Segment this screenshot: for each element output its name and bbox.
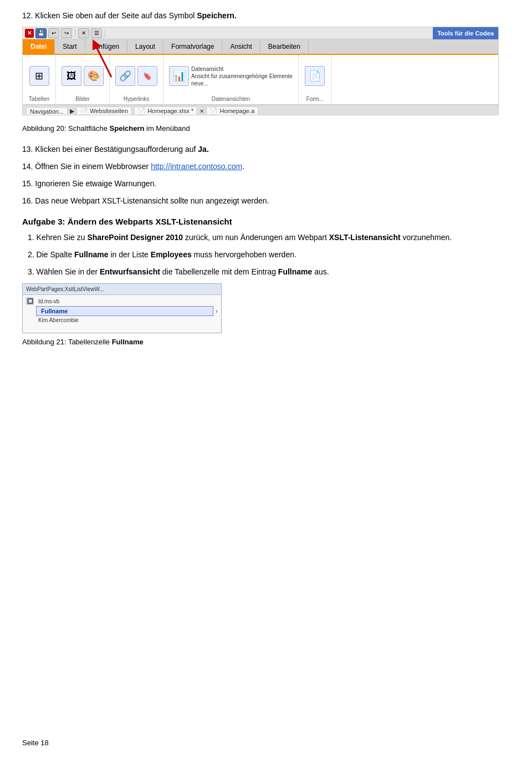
ribbon-screenshot: ✕ 💾 ↩ ↪ ✕ ☰ Tools für die Co [22, 27, 499, 115]
datenansichten-label: Datenansichten [212, 96, 250, 102]
step-13: 13. Klicken bei einer Bestätigungsauffor… [22, 144, 510, 155]
close-btn[interactable]: ✕ [25, 29, 34, 38]
caption-21-bold: Fullname [112, 338, 144, 346]
task-2-middle: in der Liste [109, 250, 151, 259]
task-2-bold2: Employees [151, 250, 192, 259]
form-icons: 📄 [305, 57, 325, 95]
bilder-icons: 🖼 🎨 [62, 57, 104, 95]
heading-12-bold: Speichern. [197, 11, 237, 20]
task-2-bold1: Fullname [74, 250, 108, 259]
sp-mini-header-text: WebPartPages:XsltListViewW... [26, 286, 104, 292]
group-bilder: 🖼 🎨 Bilder [56, 55, 110, 104]
heading-12-text: Klicken Sie oben auf der Seite auf das S… [35, 11, 197, 20]
step-15-number: 15. [22, 179, 33, 188]
save-button-toolbar[interactable]: 💾 [35, 28, 47, 38]
mini-screenshot: WebPartPages:XsltListViewW... 🔲 td.ms-vb… [22, 283, 222, 333]
tabellen-label: Tabellen [29, 96, 49, 102]
bilder-label: Bilder [75, 96, 90, 102]
sp-designer-mini: WebPartPages:XsltListViewW... 🔲 td.ms-vb… [23, 284, 221, 333]
step-14-link[interactable]: http://intranet.contoso.com [151, 162, 242, 171]
task-1-middle: zurück, um nun Änderungen am Webpart [183, 233, 329, 242]
datenansicht-label3: neue... [191, 80, 293, 87]
step-16-number: 16. [22, 196, 33, 205]
nav-item-navigation[interactable]: Navigation... [26, 107, 68, 116]
clipart-icon[interactable]: 🎨 [84, 66, 104, 86]
ribbon-content: ⊞ Tabellen 🖼 🎨 Bilder 🔗 🔖 Hyperlinks [23, 55, 498, 105]
footer-text: Seite 18 [22, 739, 49, 747]
sp-mini-row-kim: Kim Abercombie [26, 317, 218, 323]
section-heading: Aufgabe 3: Ändern des Webparts XSLT-List… [22, 217, 510, 226]
ribbon-tabs: Datei Start Einfügen Layout Formatvorlag… [23, 39, 498, 55]
caption-21-prefix: Abbildung 21: Tabellenzelle [22, 338, 112, 346]
task-1-bold1: SharePoint Designer 2010 [87, 233, 183, 242]
nav-item-websiteseiten[interactable]: 📄 Websiteseiten [76, 106, 132, 115]
hyperlinks-label: Hyperlinks [124, 96, 150, 102]
form-icon[interactable]: 📄 [305, 66, 325, 86]
task-2-number: 2. [28, 250, 34, 259]
redo-button[interactable]: ↪ [61, 28, 72, 38]
step-15: 15. Ignorieren Sie etwaige Warnungen. [22, 178, 510, 190]
stop-button[interactable]: ✕ [78, 28, 89, 38]
sp-mini-right-arrow: › [216, 307, 218, 315]
datenansicht-icon[interactable]: 📊 [169, 66, 189, 86]
tab-layout[interactable]: Layout [127, 39, 163, 54]
task-2-suffix: muss hervorgehoben werden. [192, 250, 296, 259]
undo-button[interactable]: ↩ [48, 28, 59, 38]
group-form: 📄 Form... [299, 55, 332, 104]
step-13-text: Klicken bei einer Bestätigungsaufforderu… [35, 145, 198, 154]
sp-mini-header: WebPartPages:XsltListViewW... [23, 284, 221, 295]
datenansicht-labels: Datenansicht Ansicht für zusammengehörig… [191, 66, 293, 87]
task-1-bold2: XSLT-Listenansicht [329, 233, 401, 242]
tools-label: Tools für die Codea [433, 27, 498, 39]
task-step-1: 1. Kehren Sie zu SharePoint Designer 201… [22, 232, 510, 243]
step-16-text: Das neue Webpart XSLT-Listenansicht soll… [35, 196, 269, 205]
tab-ansicht[interactable]: Ansicht [222, 39, 260, 54]
step-14-prefix: Öffnen Sie in einem Webbrowser [35, 162, 151, 171]
tab-datei[interactable]: Datei [23, 39, 55, 54]
step-14-suffix: . [242, 162, 244, 171]
sp-mini-row-text: td.ms-vb [36, 298, 59, 304]
hyperlinks-icons: 🔗 🔖 [115, 57, 157, 95]
caption-20: Abbildung 20: Schaltfläche Speichern im … [22, 124, 510, 133]
tab-start[interactable]: Start [55, 39, 85, 54]
task-1-prefix: Kehren Sie zu [37, 233, 88, 242]
datenansicht-label1: Datenansicht [191, 66, 293, 72]
heading-12-number: 12. [22, 11, 33, 20]
task-step-3: 3. Wählen Sie in der Entwurfsansicht die… [22, 266, 510, 278]
sp-mini-fullname-cell[interactable]: Fullname [36, 306, 213, 316]
toolbar-separator-2 [105, 29, 105, 37]
task-step-2: 2. Die Spalte Fullname in der Liste Empl… [22, 249, 510, 261]
grafik-icon[interactable]: 🖼 [62, 66, 81, 86]
toolbar-row: ✕ 💾 ↩ ↪ ✕ ☰ Tools für die Co [23, 27, 498, 39]
options-button[interactable]: ☰ [91, 28, 102, 38]
sp-mini-icon: 🔲 [26, 297, 34, 305]
tabelle-icon[interactable]: ⊞ [29, 66, 49, 86]
tab-bearbeiten[interactable]: Bearbeiten [260, 39, 309, 54]
step-13-number: 13. [22, 145, 33, 154]
tab-formatvorlage[interactable]: Formatvorlage [163, 39, 222, 54]
nav-bar: Navigation... ▶ 📄 Websiteseiten 📄 Homepa… [23, 105, 498, 115]
nav-item-homepage2[interactable]: 📄 Homepage.a [206, 106, 258, 115]
group-tabellen: ⊞ Tabellen [23, 55, 56, 104]
nav-item-homepage1[interactable]: 📄 Homepage.xlsx * [134, 106, 197, 115]
nav-close-1[interactable]: ✕ [200, 108, 204, 114]
caption-21: Abbildung 21: Tabellenzelle Fullname [22, 338, 510, 346]
hyperlink-icon[interactable]: 🔗 [115, 66, 135, 86]
tab-einfuegen[interactable]: Einfügen [85, 39, 127, 54]
task-3-bold2: Fullname [278, 267, 312, 276]
step-14: 14. Öffnen Sie in einem Webbrowser http:… [22, 161, 510, 172]
task-3-number: 3. [28, 267, 34, 276]
caption-20-prefix: Abbildung 20: Schaltfläche [22, 124, 110, 133]
step-15-text: Ignorieren Sie etwaige Warnungen. [35, 179, 156, 188]
caption-20-bold: Speichern [110, 124, 145, 133]
sp-mini-body: 🔲 td.ms-vb Fullname › Kim Abercombie [23, 295, 221, 333]
step-14-number: 14. [22, 162, 33, 171]
caption-20-suffix: im Menüband [144, 124, 190, 133]
group-datenansichten: 📊 Datenansicht Ansicht für zusammengehör… [163, 55, 299, 104]
task-3-prefix: Wählen Sie in der [37, 267, 100, 276]
ribbon: ✕ 💾 ↩ ↪ ✕ ☰ Tools für die Co [23, 27, 498, 115]
textmarke-icon[interactable]: 🔖 [137, 66, 157, 86]
sp-mini-row-fullname[interactable]: Fullname › [26, 306, 218, 316]
toolbar-separator [75, 29, 75, 37]
datenansichten-icons: 📊 Datenansicht Ansicht für zusammengehör… [169, 57, 293, 95]
